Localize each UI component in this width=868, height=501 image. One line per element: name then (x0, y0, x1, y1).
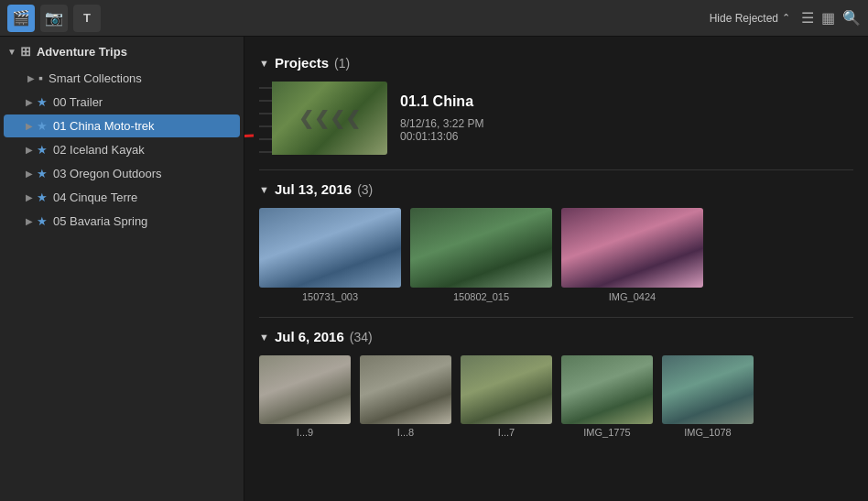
film-content: ❮❮❮❮ (272, 82, 387, 155)
smart-collections-label: Smart Collections (49, 71, 142, 85)
thumbnail-img0424 (561, 208, 703, 288)
projects-triangle[interactable]: ▼ (259, 58, 269, 69)
list-item[interactable]: IMG_1775 (561, 355, 653, 438)
hide-rejected-chevron: ⌃ (782, 12, 790, 24)
thumb-label-jul6-5: IMG_1078 (684, 427, 731, 438)
thumb-label-jul6-2: I...8 (397, 427, 414, 438)
sidebar-item-01-china[interactable]: ▶ ★ 01 China Moto-trek (4, 114, 240, 137)
project-item[interactable]: ❮❮❮❮ 01.1 China 8/12/16, 3:22 PM 00:01:1… (259, 82, 853, 155)
project-duration: 00:01:13:06 (400, 130, 483, 143)
library-header[interactable]: ▼ ⊞ Adventure Trips (0, 37, 244, 66)
sidebar-item-05-bavaria[interactable]: ▶ ★ 05 Bavaria Spring (4, 210, 240, 233)
library-triangle: ▼ (7, 47, 16, 57)
thumbnail-150802 (410, 208, 552, 288)
list-item[interactable]: IMG_1078 (662, 355, 754, 438)
library-folder-icon: ⊞ (20, 44, 31, 59)
thumb-label-150802: 150802_015 (453, 291, 509, 302)
thumb-label-jul6-3: I...7 (498, 427, 515, 438)
china-star-icon: ★ (37, 119, 48, 133)
oregon-expand: ▶ (26, 169, 33, 179)
text-icon[interactable]: T (73, 5, 101, 32)
list-item[interactable]: I...7 (461, 355, 552, 438)
trailer-expand: ▶ (26, 97, 33, 107)
list-item[interactable]: I...8 (360, 355, 451, 438)
thumbnail-jul6-4 (561, 355, 653, 424)
oregon-label: 03 Oregon Outdoors (53, 167, 162, 180)
section-divider-1 (259, 169, 853, 170)
hide-rejected-label: Hide Rejected (710, 12, 778, 25)
iceland-star-icon: ★ (37, 143, 48, 157)
iceland-label: 02 Iceland Kayak (53, 143, 145, 157)
thumb-label-img0424: IMG_0424 (609, 291, 656, 302)
jul6-count: (34) (350, 330, 373, 344)
list-item[interactable]: 150731_003 (259, 208, 401, 302)
toolbar-right: Hide Rejected ⌃ ☰ ▦ 🔍 (710, 9, 861, 27)
project-info: 01.1 China 8/12/16, 3:22 PM 00:01:13:06 (400, 93, 483, 143)
sidebar-item-00-trailer[interactable]: ▶ ★ 00 Trailer (4, 91, 240, 114)
toolbar-left: 🎬 📷 T (7, 5, 101, 32)
thumb-label-jul6-1: I...9 (297, 427, 313, 438)
section-divider-2 (259, 317, 853, 318)
library-label: Adventure Trips (37, 45, 127, 59)
toolbar: 🎬 📷 T Hide Rejected ⌃ ☰ ▦ 🔍 (0, 0, 868, 37)
jul6-section-header: ▼ Jul 6, 2016 (34) (259, 329, 853, 344)
list-item[interactable]: 150802_015 (410, 208, 552, 302)
sidebar: ▼ ⊞ Adventure Trips ▶ ▪ Smart Collection… (0, 37, 244, 501)
thumb-label-150731: 150731_003 (302, 291, 358, 302)
jul6-grid: I...9 I...8 I...7 IMG_1775 IMG_1078 (259, 355, 853, 438)
trailer-label: 00 Trailer (53, 95, 103, 109)
content-area: ▼ Projects (1) ❮❮❮❮ 01.1 China 8/12/16, … (244, 37, 868, 501)
grid-view-icon[interactable]: ▦ (821, 9, 835, 27)
film-strip: ❮❮❮❮ (259, 82, 387, 155)
project-thumbnail: ❮❮❮❮ (259, 82, 387, 155)
sidebar-item-smart-collections[interactable]: ▶ ▪ Smart Collections (0, 66, 244, 90)
main-layout: ▼ ⊞ Adventure Trips ▶ ▪ Smart Collection… (0, 37, 868, 501)
thumbnail-150731 (259, 208, 401, 288)
jul6-title: Jul 6, 2016 (275, 329, 344, 344)
library-icon[interactable]: 🎬 (7, 5, 35, 32)
jul6-triangle[interactable]: ▼ (259, 332, 269, 343)
iceland-expand: ▶ (26, 145, 33, 155)
camera-icon[interactable]: 📷 (40, 5, 68, 32)
cinque-expand: ▶ (26, 192, 33, 202)
thumbnail-jul6-2 (360, 355, 451, 424)
sidebar-item-03-oregon[interactable]: ▶ ★ 03 Oregon Outdoors (4, 162, 240, 185)
thumbnail-jul6-1 (259, 355, 351, 424)
bavaria-expand: ▶ (26, 216, 33, 226)
project-name: 01.1 China (400, 93, 483, 110)
sidebar-item-02-iceland[interactable]: ▶ ★ 02 Iceland Kayak (4, 138, 240, 161)
jul13-grid: 150731_003 150802_015 IMG_0424 (259, 208, 853, 302)
bavaria-star-icon: ★ (37, 214, 48, 228)
projects-section-header: ▼ Projects (1) (259, 55, 853, 71)
jul13-section-header: ▼ Jul 13, 2016 (3) (259, 181, 853, 197)
china-expand: ▶ (26, 121, 33, 131)
thumbnail-jul6-3 (461, 355, 552, 424)
list-item[interactable]: I...9 (259, 355, 351, 438)
cinque-star-icon: ★ (37, 191, 48, 204)
projects-title: Projects (275, 55, 329, 71)
sc-folder-icon: ▪ (38, 71, 43, 85)
china-label: 01 China Moto-trek (53, 119, 155, 133)
cinque-label: 04 Cinque Terre (53, 191, 137, 204)
projects-count: (1) (334, 56, 350, 71)
search-icon[interactable]: 🔍 (842, 9, 861, 27)
oregon-star-icon: ★ (37, 167, 48, 180)
thumbnail-jul6-5 (662, 355, 754, 424)
project-date: 8/12/16, 3:22 PM (400, 117, 483, 130)
list-view-icon[interactable]: ☰ (801, 9, 814, 27)
thumb-label-jul6-4: IMG_1775 (583, 427, 630, 438)
sc-expand-triangle: ▶ (27, 73, 35, 83)
trailer-star-icon: ★ (37, 95, 48, 109)
jul13-count: (3) (357, 182, 373, 197)
view-icons: ☰ ▦ 🔍 (801, 9, 861, 27)
jul13-title: Jul 13, 2016 (275, 181, 352, 197)
list-item[interactable]: IMG_0424 (561, 208, 703, 302)
jul13-triangle[interactable]: ▼ (259, 184, 269, 195)
bavaria-label: 05 Bavaria Spring (53, 214, 147, 228)
sidebar-item-04-cinque[interactable]: ▶ ★ 04 Cinque Terre (4, 186, 240, 209)
hide-rejected-button[interactable]: Hide Rejected ⌃ (710, 12, 790, 25)
